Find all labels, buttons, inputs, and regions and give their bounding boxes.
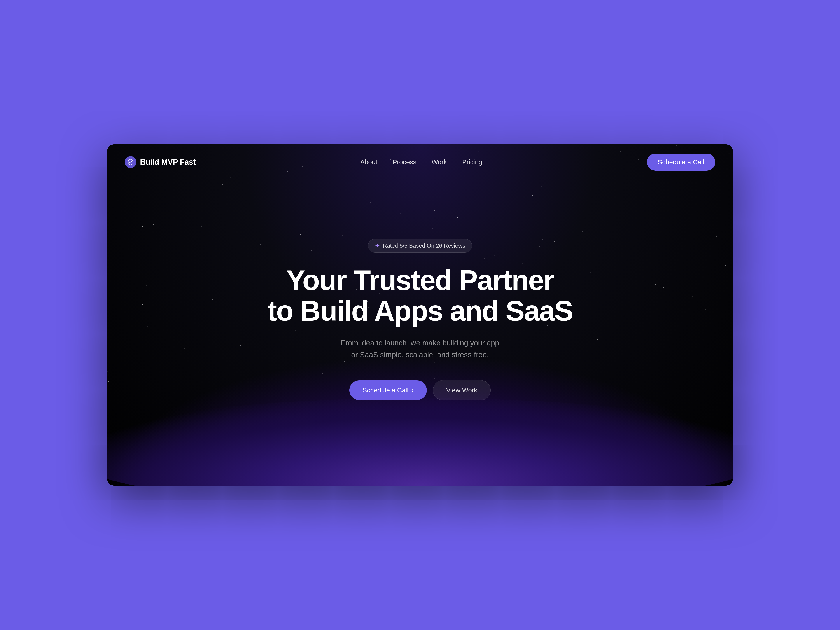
hero-title: Your Trusted Partner to Build Apps and S… bbox=[267, 265, 573, 326]
hero-view-work-button[interactable]: View Work bbox=[433, 380, 491, 400]
brand: Build MVP Fast bbox=[125, 156, 196, 168]
hero-schedule-call-button[interactable]: Schedule a Call › bbox=[349, 381, 426, 400]
browser-window: Build MVP Fast About Process Work Pricin… bbox=[107, 144, 733, 486]
nav-link-work[interactable]: Work bbox=[432, 158, 447, 166]
rating-badge: ✦ Rated 5/5 Based On 26 Reviews bbox=[368, 239, 472, 253]
hero-subtitle: From idea to launch, we make building yo… bbox=[341, 337, 499, 361]
svg-point-0 bbox=[125, 156, 136, 168]
rating-text: Rated 5/5 Based On 26 Reviews bbox=[383, 242, 465, 249]
brand-name: Build MVP Fast bbox=[140, 158, 196, 167]
nav-links: About Process Work Pricing bbox=[360, 158, 482, 166]
sparkle-icon: ✦ bbox=[375, 242, 380, 249]
hero-buttons: Schedule a Call › View Work bbox=[349, 380, 491, 400]
hero-section: ✦ Rated 5/5 Based On 26 Reviews Your Tru… bbox=[107, 180, 733, 486]
navbar: Build MVP Fast About Process Work Pricin… bbox=[107, 144, 733, 180]
hero-schedule-call-label: Schedule a Call bbox=[363, 387, 408, 394]
hero-title-line2: to Build Apps and SaaS bbox=[267, 295, 573, 327]
brand-logo-icon bbox=[125, 156, 136, 168]
nav-link-process[interactable]: Process bbox=[393, 158, 416, 166]
schedule-call-button[interactable]: Schedule a Call bbox=[647, 153, 715, 171]
hero-subtitle-text: From idea to launch, we make building yo… bbox=[341, 339, 499, 359]
nav-link-pricing[interactable]: Pricing bbox=[462, 158, 482, 166]
arrow-icon: › bbox=[412, 387, 414, 394]
nav-link-about[interactable]: About bbox=[360, 158, 377, 166]
hero-title-line1: Your Trusted Partner bbox=[286, 264, 554, 296]
